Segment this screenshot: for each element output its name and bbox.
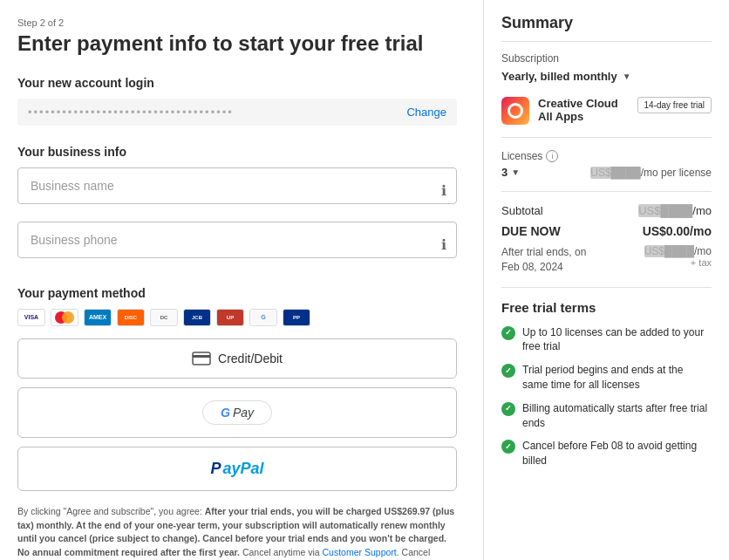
payment-method-label: Your payment method	[17, 286, 457, 300]
check-icon-4	[501, 440, 515, 454]
subscription-value: Yearly, billed monthly	[501, 70, 617, 83]
step-label: Step 2 of 2	[17, 17, 457, 28]
visa-icon: VISA	[17, 309, 45, 326]
mastercard-icon	[51, 309, 78, 326]
account-login-row: •••••••••••••••••••••••••••••••••••• Cha…	[17, 99, 457, 126]
product-name: Creative Cloud All Apps	[538, 97, 629, 123]
customer-support-link[interactable]: Customer Support	[323, 547, 397, 557]
subtotal-label: Subtotal	[501, 204, 543, 217]
licenses-row: Licenses i	[501, 150, 712, 162]
due-now-value: US$0.00/mo	[643, 224, 712, 238]
svg-rect-2	[193, 352, 210, 365]
jcb-icon: JCB	[183, 309, 211, 326]
trial-badge: 14-day free trial	[637, 97, 712, 113]
business-info-label: Your business info	[17, 145, 457, 159]
business-phone-wrapper: ℹ	[17, 222, 457, 267]
subtotal-row: Subtotal US$████/mo	[501, 204, 712, 217]
subtotal-value: US$████/mo	[638, 204, 712, 217]
chevron-down-icon: ▼	[623, 72, 631, 81]
business-name-wrapper: ℹ	[17, 167, 457, 213]
after-trial-row: After trial ends, on Feb 08, 2024 US$███…	[501, 245, 712, 288]
paypal-small-icon: PP	[283, 309, 310, 326]
unionpay-icon: UP	[216, 309, 244, 326]
check-icon-3	[501, 402, 515, 416]
account-login-label: Your new account login	[17, 76, 457, 90]
free-trial-title: Free trial terms	[501, 300, 712, 315]
googlepay-small-icon: G	[249, 309, 277, 326]
change-link[interactable]: Change	[406, 106, 446, 119]
price-blurred: US$████	[590, 167, 640, 179]
paypal-option[interactable]: P ayPal	[17, 447, 457, 491]
due-now-row: DUE NOW US$0.00/mo	[501, 224, 712, 238]
due-now-label: DUE NOW	[501, 224, 561, 238]
credit-debit-row: Credit/Debit	[192, 352, 283, 365]
payment-method-section: Your payment method VISA AMEX DISC DC JC…	[17, 286, 457, 491]
account-email-display: ••••••••••••••••••••••••••••••••••••	[28, 106, 398, 119]
business-phone-info-icon[interactable]: ℹ	[441, 236, 446, 252]
gpay-g: G	[221, 406, 230, 420]
credit-debit-label: Credit/Debit	[218, 352, 283, 365]
product-icon-inner	[508, 103, 523, 119]
paypal-logo: P ayPal	[210, 460, 263, 478]
trial-term-3: Billing automatically starts after free …	[501, 401, 712, 431]
left-panel: Step 2 of 2 Enter payment info to start …	[0, 0, 484, 560]
product-row: Creative Cloud All Apps 14-day free tria…	[501, 97, 712, 138]
svg-point-1	[62, 311, 74, 324]
product-icon	[501, 97, 529, 125]
subscription-dropdown[interactable]: Yearly, billed monthly ▼	[501, 70, 712, 83]
credit-debit-option[interactable]: Credit/Debit	[17, 338, 457, 379]
credit-card-icon	[192, 352, 211, 365]
licenses-qty-row: 3 ▼ US$████/mo per license	[501, 166, 712, 192]
business-info-section: Your business info ℹ ℹ	[17, 145, 457, 267]
licenses-label: Licenses i	[501, 150, 558, 162]
right-panel: Summary Subscription Yearly, billed mont…	[484, 0, 729, 560]
qty-chevron-icon: ▼	[511, 167, 520, 177]
card-icons-row: VISA AMEX DISC DC JCB UP G PP	[17, 309, 457, 326]
check-icon-2	[501, 364, 515, 378]
paypal-p: P	[210, 460, 221, 478]
google-pay-option[interactable]: G Pay	[17, 387, 457, 438]
account-login-section: Your new account login •••••••••••••••••…	[17, 76, 457, 126]
business-name-info-icon[interactable]: ℹ	[441, 181, 446, 198]
after-trial-price: US$████/mo + tax	[644, 245, 712, 275]
business-phone-input[interactable]	[17, 222, 457, 258]
qty-selector[interactable]: 3 ▼	[501, 166, 520, 179]
product-info: Creative Cloud All Apps	[538, 97, 629, 123]
google-pay-button[interactable]: G Pay	[202, 400, 272, 425]
price-per-license: US$████/mo per license	[590, 167, 712, 179]
licenses-qty: 3	[501, 166, 508, 179]
dinersclub-icon: DC	[150, 309, 178, 326]
check-icon-1	[501, 326, 515, 340]
trial-term-1: Up to 10 licenses can be added to your f…	[501, 325, 712, 355]
amex-icon: AMEX	[84, 309, 112, 326]
licenses-info-icon[interactable]: i	[546, 150, 558, 162]
gpay-pay: Pay	[233, 406, 254, 420]
page-title: Enter payment info to start your free tr…	[17, 31, 457, 57]
subscription-label: Subscription	[501, 52, 712, 65]
after-trial-label: After trial ends, on Feb 08, 2024	[501, 245, 606, 275]
plus-tax: + tax	[644, 257, 712, 268]
discover-icon: DISC	[117, 309, 145, 326]
after-trial-value: US$████/mo	[644, 245, 712, 257]
free-trial-section: Free trial terms Up to 10 licenses can b…	[501, 300, 712, 468]
paypal-aypal: ayPal	[222, 460, 263, 478]
business-name-input[interactable]	[17, 167, 457, 204]
summary-title: Summary	[501, 14, 712, 42]
svg-rect-3	[193, 355, 210, 358]
fine-print: By clicking "Agree and subscribe", you a…	[17, 505, 457, 560]
trial-term-4: Cancel before Feb 08 to avoid getting bi…	[501, 439, 712, 468]
trial-term-2: Trial period begins and ends at the same…	[501, 363, 712, 393]
